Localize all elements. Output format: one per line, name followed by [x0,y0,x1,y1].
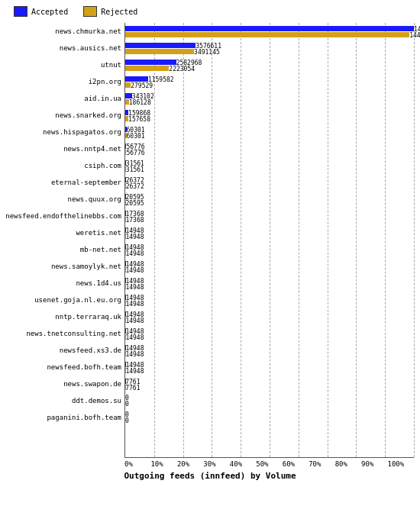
rejected-value-9: 26372 [126,183,144,190]
bar-row-19: 1494814948 [125,342,414,359]
chart-title: Outgoing feeds (innfeed) by Volume [6,471,414,481]
legend: Accepted Rejected [6,6,414,17]
x-axis-labels: 0%10%20%30%40%50%60%70%80%90%100% [6,460,414,468]
x-tick-2: 20% [177,460,203,468]
bar-row-16: 1494814948 [125,292,414,308]
bar-row-7: 5677656776 [125,140,414,157]
y-label-8: csiph.com [6,157,124,174]
x-tick-0: 0% [124,460,150,468]
x-tick-8: 80% [335,460,361,468]
y-label-10: news.quux.org [6,191,124,208]
x-tick-10: 100% [388,460,414,468]
x-tick-3: 30% [203,460,229,468]
y-label-6: news.hispagatos.org [6,124,124,140]
y-label-15: news.1d4.us [6,275,124,292]
x-tick-6: 60% [283,460,309,468]
y-label-7: news.nntp4.net [6,140,124,157]
rejected-value-11: 17368 [125,217,144,224]
y-label-4: aid.in.ua [6,90,124,107]
bar-row-10: 2059520595 [125,191,414,208]
accepted-color-box [14,6,27,17]
y-label-14: news.samoylyk.net [6,258,124,275]
y-label-0: news.chmurka.net [6,23,124,40]
bar-row-4: 343102186128 [125,90,414,107]
bar-row-3: 1159582279529 [125,73,414,90]
bar-row-14: 1494814948 [125,258,414,275]
bar-row-13: 1494814948 [125,241,414,258]
y-label-12: weretis.net [6,224,124,241]
rejected-value-2: 2223054 [169,66,195,73]
rejected-value-5: 157658 [128,116,150,123]
rejected-value-21: 7761 [125,385,140,392]
y-label-1: news.ausics.net [6,40,124,56]
bar-row-5: 159868157658 [125,107,414,124]
rejected-value-3: 279529 [131,82,153,89]
bar-row-1: 35766113491145 [125,40,414,56]
bar-row-11: 1736817368 [125,208,414,224]
rejected-value-7: 56776 [126,150,144,156]
y-label-20: newsfeed.bofh.team [6,359,124,376]
rejected-label: Rejected [101,8,137,16]
legend-rejected: Rejected [83,6,137,17]
x-tick-5: 50% [256,460,282,468]
y-label-5: news.snarked.org [6,107,124,124]
bar-row-18: 1494814948 [125,325,414,342]
bar-row-2: 25829682223054 [125,56,414,73]
rejected-value-4: 186128 [129,99,151,106]
bar-row-21: 77617761 [125,376,414,392]
rejected-value-16: 14948 [125,301,144,308]
y-label-19: newsfeed.xs3.de [6,342,124,359]
rejected-value-20: 14948 [125,368,144,375]
accepted-label: Accepted [31,8,68,16]
rejected-value-14: 14948 [125,267,144,274]
bar-row-0: 1465056814425066 [125,23,414,40]
rejected-value-18: 14948 [125,334,144,341]
rejected-value-1: 3491145 [194,49,220,56]
bar-row-20: 1494814948 [125,359,414,376]
y-label-18: news.tnetconsulting.net [6,325,124,342]
rejected-color-box [83,6,97,17]
rows-area: news.chmurka.netnews.ausics.netutnuti2pn… [6,23,414,458]
x-tick-9: 90% [361,460,387,468]
bar-row-12: 1494814948 [125,224,414,241]
y-label-2: utnut [6,56,124,73]
chart-container: Accepted Rejected news.chmurka.netnews.a… [0,0,420,519]
bar-row-8: 3156131561 [125,157,414,174]
x-tick-1: 10% [150,460,176,468]
bar-row-17: 1494814948 [125,308,414,325]
y-label-9: eternal-september [6,174,124,191]
y-label-17: nntp.terraraq.uk [6,308,124,325]
rejected-value-6: 60301 [127,133,145,140]
y-label-11: newsfeed.endofthelinebbs.com [6,208,124,224]
rejected-value-13: 14948 [125,250,144,257]
bar-row-6: 6030160301 [125,124,414,140]
rejected-value-10: 20595 [126,200,144,207]
x-tick-4: 40% [230,460,256,468]
x-tick-7: 70% [309,460,334,468]
rejected-value-12: 14948 [125,234,144,240]
y-label-13: mb-net.net [6,241,124,258]
y-label-21: news.swapon.de [6,376,124,392]
y-label-23: paganini.bofh.team [6,409,124,426]
rejected-value-15: 14948 [125,284,144,291]
bar-row-9: 2637226372 [125,174,414,191]
bar-row-15: 1494814948 [125,275,414,292]
rejected-value-19: 14948 [125,351,144,358]
bar-row-22: 00 [125,392,414,409]
rejected-value-17: 14948 [125,318,144,324]
y-label-3: i2pn.org [6,73,124,90]
y-label-16: usenet.goja.nl.eu.org [6,292,124,308]
bar-row-23: 00 [125,409,414,426]
rejected-value-0: 14425066 [409,32,420,39]
legend-accepted: Accepted [14,6,68,17]
rejected-value-8: 31561 [126,166,144,173]
y-label-22: ddt.demos.su [6,392,124,409]
